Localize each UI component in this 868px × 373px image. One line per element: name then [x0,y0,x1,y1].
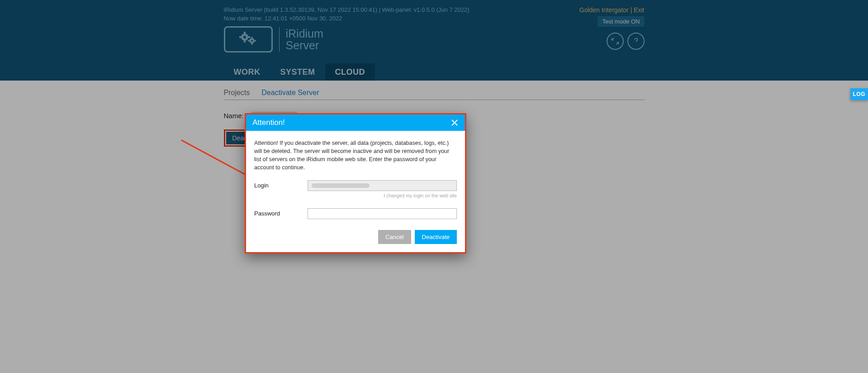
password-field-row: Password [254,208,457,219]
login-value-redacted [312,183,370,188]
login-field-row: Login [254,180,457,191]
login-hint-row: I changed my login on the web site [254,193,457,198]
modal-warning-text: Attention! If you deactivate the server,… [254,139,457,172]
modal-actions: Cancel Deactivate [246,224,465,252]
modal-titlebar: Attention! [246,115,465,131]
changed-login-link[interactable]: I changed my login on the web site [384,193,457,198]
modal-title-text: Attention! [252,118,285,127]
cancel-button[interactable]: Cancel [378,230,411,244]
modal-body: Attention! If you deactivate the server,… [246,131,465,224]
login-label: Login [254,182,308,189]
login-input[interactable] [308,180,457,191]
modal-deactivate-button[interactable]: Deactivate [415,230,457,244]
password-label: Password [254,210,308,217]
password-input[interactable] [308,208,457,219]
attention-modal: Attention! Attention! If you deactivate … [245,113,466,253]
log-side-button[interactable]: LOG [850,88,868,100]
app-root: iRidium Server (build 1.3.52.30139, Nov … [0,0,868,373]
close-icon[interactable] [451,119,459,127]
